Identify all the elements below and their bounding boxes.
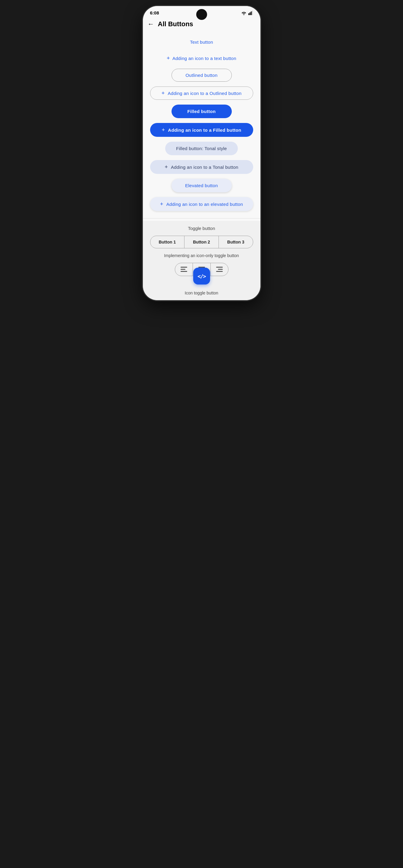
text-button[interactable]: Text button (185, 36, 218, 48)
code-icon: </> (197, 273, 206, 279)
align-left-icon (181, 267, 187, 272)
toggle-button-3[interactable]: Button 3 (219, 236, 253, 248)
outlined-button-with-icon[interactable]: + Adding an icon to a Outlined button (150, 87, 253, 100)
svg-rect-0 (248, 13, 249, 15)
phone-screen: 6:08 ← All Buttons Te (143, 6, 260, 300)
content-area: Text button + Adding an icon to a text b… (143, 32, 260, 216)
align-left-toggle[interactable] (175, 263, 193, 276)
tonal-button-with-icon[interactable]: + Adding an icon to a Tonal button (150, 160, 253, 174)
back-button[interactable]: ← (148, 20, 154, 28)
toggle-button-group: Button 1 Button 2 Button 3 (150, 236, 253, 248)
filled-plus-icon: + (161, 127, 165, 133)
phone-frame: 6:08 ← All Buttons Te (143, 6, 260, 300)
svg-rect-4 (181, 267, 187, 268)
toggle-button-2[interactable]: Button 2 (184, 236, 219, 248)
svg-rect-5 (181, 269, 185, 270)
icon-toggle-bottom-label: Icon toggle button (185, 290, 218, 296)
filled-button-with-icon[interactable]: + Adding an icon to a Filled button (150, 123, 253, 137)
elevated-button[interactable]: Elevated button (172, 179, 232, 192)
elevated-button-with-icon[interactable]: + Adding an icon to an elevated button (150, 197, 253, 211)
code-fab[interactable]: </> (193, 268, 210, 284)
wifi-icon (241, 11, 247, 15)
tonal-button[interactable]: Filled button: Tonal style (165, 142, 238, 155)
elevated-plus-icon: + (160, 201, 163, 207)
align-right-toggle[interactable] (211, 263, 228, 276)
text-button-with-icon[interactable]: + Adding an icon to a text button (162, 53, 241, 64)
status-icons (241, 11, 253, 15)
icon-toggle-label: Implementing an icon-only toggle button (164, 253, 239, 258)
status-bar: 6:08 (143, 6, 260, 18)
status-time: 6:08 (150, 10, 159, 16)
tonal-plus-icon: + (164, 164, 168, 170)
outlined-button[interactable]: Outlined button (172, 69, 232, 82)
toggle-button-1[interactable]: Button 1 (150, 236, 185, 248)
camera-notch (196, 9, 207, 20)
outlined-plus-icon: + (161, 90, 165, 96)
toggle-section: Toggle button Button 1 Button 2 Button 3… (143, 221, 260, 300)
svg-rect-2 (251, 11, 252, 15)
page-title: All Buttons (158, 20, 193, 28)
filled-button[interactable]: Filled button (172, 104, 232, 118)
svg-rect-12 (216, 271, 223, 272)
svg-rect-11 (218, 269, 223, 270)
plus-icon: + (167, 56, 170, 61)
toggle-section-label: Toggle button (188, 226, 215, 231)
signal-icon (248, 11, 253, 15)
svg-rect-6 (181, 271, 187, 272)
svg-rect-3 (252, 11, 253, 15)
svg-rect-10 (216, 267, 223, 268)
align-right-icon (216, 267, 223, 272)
svg-rect-1 (250, 12, 250, 15)
